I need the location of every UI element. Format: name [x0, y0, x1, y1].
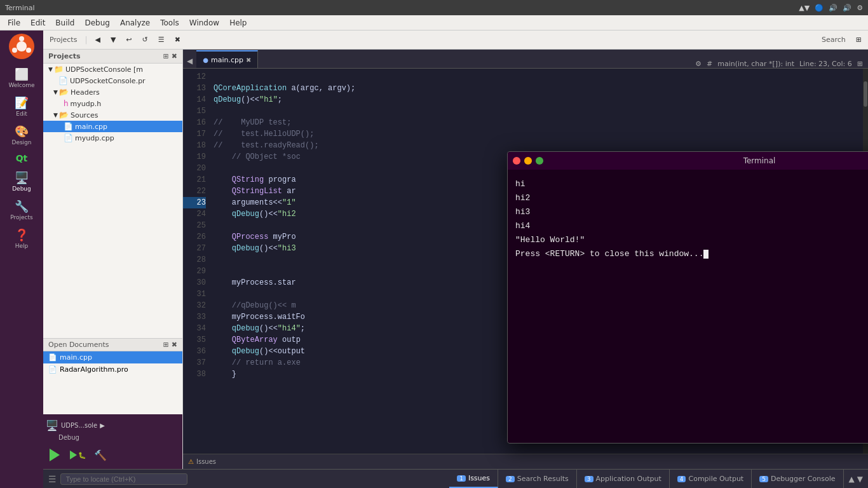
- bottom-chevron-down[interactable]: ▼: [857, 475, 863, 484]
- bottom-tab-debugger[interactable]: 5 Debugger Console: [752, 470, 843, 488]
- open-doc-main-cpp-icon: 📄: [48, 353, 57, 362]
- editor-area: ◀ ● main.cpp ✖ ⚙ # main(int, char *[]): …: [183, 50, 868, 469]
- tree-item-myudp-h[interactable]: h myudp.h: [43, 98, 182, 109]
- terminal-title: Terminal: [547, 156, 868, 165]
- bottom-search-area: ☰: [43, 470, 449, 488]
- headers-folder-icon: 📂: [59, 88, 69, 97]
- terminal-maximize-btn[interactable]: [536, 157, 543, 165]
- activity-welcome[interactable]: ⬜ Welcome: [5, 65, 38, 91]
- debug-icon: 🖥️: [15, 171, 29, 184]
- tree-item-project[interactable]: ▼ 📁 UDPSocketConsole [m: [43, 64, 182, 75]
- open-docs-add-btn[interactable]: ⊞: [163, 341, 169, 349]
- bottom-tab-compile[interactable]: 4 Compile Output: [670, 470, 752, 488]
- toolbar-back-btn[interactable]: ◀: [91, 34, 104, 45]
- open-docs-header: Open Documents ⊞ ✖: [43, 339, 182, 351]
- issues-badge: 1: [457, 475, 466, 482]
- play-icon: [50, 449, 60, 461]
- terminal-close-btn[interactable]: [513, 157, 520, 165]
- open-docs-title: Open Documents: [48, 341, 109, 349]
- debug-device-row: 🖥️ UDPS...sole ▶: [46, 419, 105, 431]
- pro-file-name: UDPSocketConsole.pr: [70, 77, 146, 85]
- function-nav-icon: ⚙: [695, 60, 702, 68]
- bottom-tab-issues[interactable]: 1 Issues: [449, 470, 498, 488]
- bottom-panel-controls: ▲ ▼: [844, 470, 868, 488]
- menu-tools[interactable]: Tools: [155, 17, 184, 29]
- tree-item-headers[interactable]: ▼ 📂 Headers: [43, 86, 182, 98]
- menu-file[interactable]: File: [3, 17, 25, 29]
- toolbar-dropdown-btn[interactable]: ▼: [107, 34, 119, 45]
- menu-help[interactable]: Help: [224, 17, 252, 29]
- debug-mode-label: Debug: [58, 434, 79, 441]
- menu-build[interactable]: Build: [50, 17, 79, 29]
- activity-projects[interactable]: 🔧 Projects: [5, 197, 38, 223]
- bottom-tab-search-results[interactable]: 2 Search Results: [498, 470, 577, 488]
- open-doc-main-cpp[interactable]: 📄 main.cpp: [43, 351, 182, 363]
- debugger-badge: 5: [759, 476, 768, 482]
- clock: 🔊: [843, 4, 851, 12]
- activity-design[interactable]: 🎨 Design: [5, 122, 38, 148]
- edit-icon: 📝: [15, 96, 29, 109]
- system-bar-right: ▲▼ 🔵 🔊 🔊 ⚙: [799, 4, 863, 12]
- terminal-body[interactable]: hi hi2 hi3 hi4 "Hello World!" Press <RET…: [508, 170, 868, 443]
- open-docs-close-btn[interactable]: ✖: [172, 341, 177, 349]
- arrow-icon: ▼: [48, 66, 53, 72]
- toolbar-expand-btn[interactable]: ⊞: [852, 34, 865, 45]
- toolbar-undo-btn[interactable]: ↩: [122, 34, 135, 45]
- header-file-name: myudp.h: [71, 100, 102, 108]
- tab-nav-left[interactable]: ◀: [183, 54, 196, 68]
- welcome-label: Welcome: [8, 82, 34, 88]
- issues-icon: ⚠: [188, 458, 194, 465]
- bottom-chevron-up[interactable]: ▲: [849, 475, 855, 484]
- pro-file-icon: 📄: [58, 76, 68, 85]
- tree-item-pro-file[interactable]: 📄 UDPSocketConsole.pr: [43, 75, 182, 86]
- menu-analyze[interactable]: Analyze: [115, 17, 155, 29]
- sources-arrow-icon: ▼: [53, 112, 58, 118]
- open-doc-radar-label: RadarAlgorithm.pro: [60, 365, 128, 374]
- expand-editor-btn[interactable]: ⊞: [857, 60, 863, 68]
- build-button[interactable]: 🔨: [92, 446, 109, 464]
- settings-icon[interactable]: ⚙: [857, 4, 863, 12]
- menu-edit[interactable]: Edit: [25, 17, 50, 29]
- app-output-badge: 3: [585, 476, 593, 482]
- terminal-cursor: [703, 250, 709, 259]
- open-doc-radar[interactable]: 📄 RadarAlgorithm.pro: [43, 363, 182, 376]
- main-cpp-name: main.cpp: [75, 123, 107, 131]
- activity-help[interactable]: ❓ Help: [5, 226, 38, 252]
- bottom-tab-app-output[interactable]: 3 Application Output: [577, 470, 670, 488]
- terminal-window[interactable]: Terminal hi hi2 hi3 hi4 "Hello World!" P…: [507, 151, 868, 444]
- activity-bar: ⬜ Welcome 📝 Edit 🎨 Design Qt 🖥️ Debug 🔧 …: [0, 30, 43, 488]
- terminal-minimize-btn[interactable]: [524, 157, 532, 165]
- sidebar-header: Projects ⊞ ✖: [43, 50, 182, 64]
- toolbar-menu-btn[interactable]: ☰: [154, 34, 168, 45]
- issues-tab-label: Issues: [468, 474, 490, 482]
- bottom-panel: ☰ 1 Issues 2 Search Results 3 Applicatio…: [43, 469, 868, 488]
- run-button[interactable]: [46, 446, 64, 464]
- run-with-debug-button[interactable]: 🐛: [69, 446, 86, 464]
- issues-bar: ⚠ Issues: [183, 454, 868, 469]
- sidebar-filter-btn[interactable]: ⊞: [163, 52, 169, 60]
- tab-cpp-icon: ●: [203, 57, 208, 64]
- line-col-label: Line: 23, Col: 6: [799, 60, 852, 68]
- headers-arrow-icon: ▼: [53, 89, 58, 95]
- search-results-badge: 2: [506, 476, 515, 482]
- monitor-icon: 🖥️: [46, 419, 58, 431]
- tree-item-myudp-cpp[interactable]: 📄 myudp.cpp: [43, 132, 182, 144]
- menu-window[interactable]: Window: [184, 17, 224, 29]
- search-input[interactable]: [60, 473, 187, 485]
- menu-debug[interactable]: Debug: [79, 17, 114, 29]
- ubuntu-logo[interactable]: [8, 33, 35, 60]
- tree-item-sources[interactable]: ▼ 📂 Sources: [43, 109, 182, 121]
- wrench-icon: 🔨: [94, 449, 107, 461]
- activity-qt[interactable]: Qt: [5, 151, 38, 166]
- toolbar-close-btn[interactable]: ✖: [171, 34, 184, 45]
- tab-main-cpp[interactable]: ● main.cpp ✖: [196, 50, 258, 68]
- activity-edit[interactable]: 📝 Edit: [5, 93, 38, 119]
- toolbar-redo-btn[interactable]: ↺: [139, 34, 152, 45]
- tab-close-btn[interactable]: ✖: [246, 57, 251, 64]
- sidebar-close-btn[interactable]: ✖: [172, 52, 177, 60]
- scrollbar-thumb[interactable]: [864, 81, 867, 107]
- sources-folder-icon: 📂: [59, 111, 69, 119]
- tree-item-main-cpp[interactable]: 📄 main.cpp: [43, 121, 182, 132]
- help-icon: ❓: [15, 228, 29, 241]
- activity-debug[interactable]: 🖥️ Debug: [5, 168, 38, 194]
